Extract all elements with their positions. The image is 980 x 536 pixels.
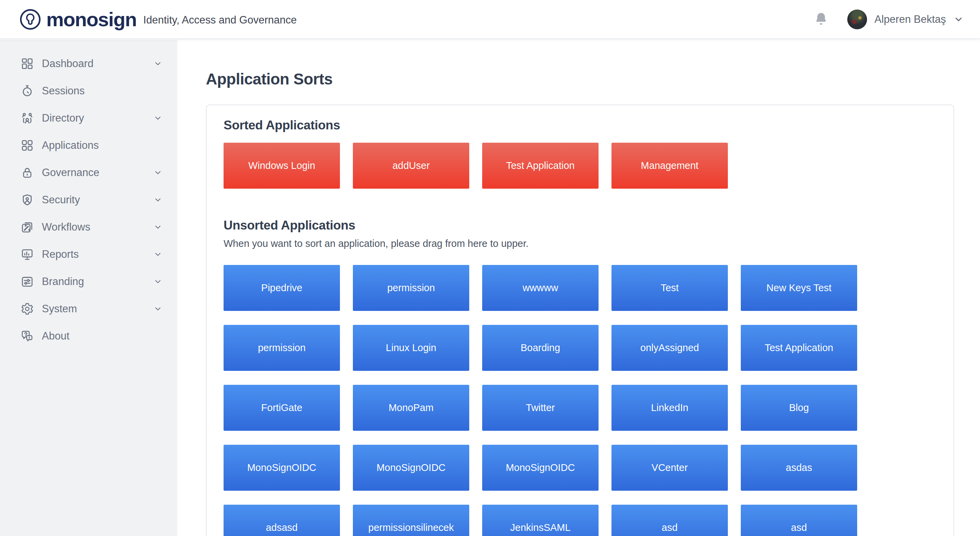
unsorted-app-card[interactable]: asd xyxy=(611,505,728,536)
unsorted-app-card[interactable]: Test Application xyxy=(741,325,857,371)
sorted-app-card[interactable]: Windows Login xyxy=(224,143,340,189)
application-sorts-panel: Sorted Applications Windows LoginaddUser… xyxy=(206,105,954,536)
chat-question-icon xyxy=(21,329,34,343)
unsorted-app-card[interactable]: Test xyxy=(611,265,728,311)
unsorted-app-card[interactable]: onlyAssigned xyxy=(611,325,728,371)
unsorted-app-card[interactable]: MonoSignOIDC xyxy=(482,445,598,491)
unsorted-app-card[interactable]: Linux Login xyxy=(353,325,469,371)
sidebar-item-security[interactable]: Security xyxy=(0,186,177,214)
sidebar-item-governance[interactable]: Governance xyxy=(0,159,177,186)
sidebar-item-label: Security xyxy=(42,194,80,206)
unsorted-applications-title: Unsorted Applications xyxy=(224,218,937,233)
notifications-bell-icon[interactable] xyxy=(814,11,828,27)
sidebar-item-workflows[interactable]: Workflows xyxy=(0,214,177,241)
sidebar-item-applications[interactable]: Applications xyxy=(0,132,177,159)
sorted-app-card[interactable]: addUser xyxy=(353,143,469,189)
unsorted-app-card[interactable]: permissionsilinecek xyxy=(353,505,469,536)
brand-logo[interactable]: monosign xyxy=(19,8,137,31)
unsorted-app-card[interactable]: Pipedrive xyxy=(224,265,340,311)
sidebar-item-sessions[interactable]: Sessions xyxy=(0,77,177,105)
sorted-app-card[interactable]: Test Application xyxy=(482,143,598,189)
unsorted-app-card[interactable]: Twitter xyxy=(482,385,598,431)
unsorted-app-card[interactable]: permission xyxy=(353,265,469,311)
sorted-applications-grid: Windows LoginaddUserTest ApplicationMana… xyxy=(224,143,937,189)
unsorted-app-card[interactable]: Blog xyxy=(741,385,857,431)
sidebar-item-label: About xyxy=(42,330,69,342)
unsorted-app-card[interactable]: MonoSignOIDC xyxy=(353,445,469,491)
sidebar-item-label: Dashboard xyxy=(42,57,94,70)
chevron-down-icon xyxy=(153,168,162,177)
sidebar-item-reports[interactable]: Reports xyxy=(0,241,177,268)
unsorted-app-card[interactable]: asd xyxy=(741,505,857,536)
sidebar-item-about[interactable]: About xyxy=(0,322,177,350)
monitor-chart-icon xyxy=(21,247,34,261)
page-title: Application Sorts xyxy=(206,70,954,88)
sidebar-item-dashboard[interactable]: Dashboard xyxy=(0,50,177,77)
unsorted-app-card[interactable]: LinkedIn xyxy=(611,385,728,431)
unsorted-app-card[interactable]: MonoPam xyxy=(353,385,469,431)
chevron-down-icon xyxy=(153,250,162,259)
unsorted-app-card[interactable]: adsasd xyxy=(224,505,340,536)
sidebar-item-label: Applications xyxy=(42,139,99,152)
unsorted-app-card[interactable]: asdas xyxy=(741,445,857,491)
unsorted-hint-text: When you want to sort an application, pl… xyxy=(224,238,937,249)
gear-icon xyxy=(21,302,34,316)
sidebar-item-branding[interactable]: Branding xyxy=(0,268,177,295)
unsorted-app-card[interactable]: JenkinsSAML xyxy=(482,505,598,536)
sidebar-item-system[interactable]: System xyxy=(0,295,177,322)
unsorted-app-card[interactable]: FortiGate xyxy=(224,385,340,431)
sidebar-item-label: Directory xyxy=(42,112,84,124)
sidebar-item-label: Reports xyxy=(42,248,79,260)
sidebar-nav: Dashboard Sessions Directory xyxy=(0,40,177,536)
brand-tagline: Identity, Access and Governance xyxy=(143,13,297,26)
shield-user-icon xyxy=(21,193,34,207)
sidebar-item-directory[interactable]: Directory xyxy=(0,105,177,132)
top-header: monosign Identity, Access and Governance… xyxy=(0,0,980,39)
brand-name: monosign xyxy=(46,10,137,29)
chevron-down-icon xyxy=(153,195,162,204)
main-content: Application Sorts Sorted Applications Wi… xyxy=(177,39,980,536)
unsorted-app-card[interactable]: VCenter xyxy=(611,445,728,491)
stopwatch-icon xyxy=(21,84,34,98)
unsorted-app-card[interactable]: New Keys Test xyxy=(741,265,857,311)
chevron-down-icon xyxy=(153,277,162,286)
unsorted-applications-grid: PipedrivepermissionwwwwwTestNew Keys Tes… xyxy=(224,265,937,536)
unsorted-app-card[interactable]: MonoSignOIDC xyxy=(224,445,340,491)
unsorted-app-card[interactable]: Boarding xyxy=(482,325,598,371)
lock-icon xyxy=(21,166,34,179)
sidebar-item-label: System xyxy=(42,303,77,315)
sliders-icon xyxy=(21,275,34,289)
chevron-down-icon xyxy=(153,305,162,313)
unsorted-app-card[interactable]: permission xyxy=(224,325,340,371)
chevron-down-icon xyxy=(153,59,162,68)
sidebar-item-label: Sessions xyxy=(42,85,85,97)
chevron-down-icon xyxy=(153,114,162,123)
unsorted-app-card[interactable]: wwwww xyxy=(482,265,598,311)
sorted-applications-title: Sorted Applications xyxy=(224,118,937,132)
user-menu-chevron-down-icon[interactable] xyxy=(953,14,964,24)
sidebar-item-label: Workflows xyxy=(42,221,90,233)
sidebar-item-label: Governance xyxy=(42,166,99,179)
wand-icon xyxy=(21,220,34,234)
user-avatar[interactable] xyxy=(847,10,867,29)
dashboard-icon xyxy=(21,57,34,70)
app-grid-icon xyxy=(21,139,34,152)
users-icon xyxy=(21,112,34,125)
chevron-down-icon xyxy=(153,223,162,231)
user-name[interactable]: Alperen Bektaş xyxy=(875,13,946,26)
sorted-app-card[interactable]: Management xyxy=(611,143,728,189)
monosign-logo-icon xyxy=(19,8,41,31)
sidebar-item-label: Branding xyxy=(42,276,84,288)
